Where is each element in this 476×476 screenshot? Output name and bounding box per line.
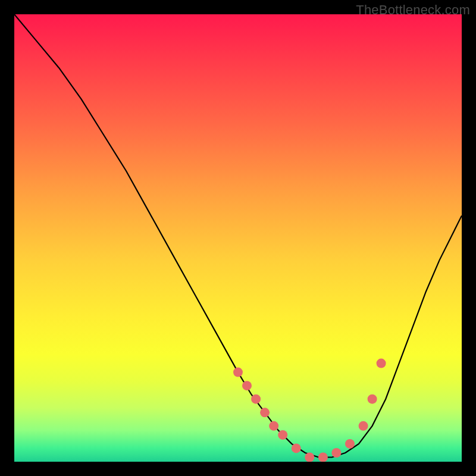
plot-svg	[14, 14, 462, 462]
marker-point	[345, 439, 355, 449]
chart-area	[14, 14, 462, 462]
marker-point	[359, 421, 368, 431]
watermark-text: TheBottleneck.com	[356, 2, 470, 18]
marker-point	[318, 453, 328, 462]
marker-point	[305, 453, 314, 462]
marker-point	[260, 408, 270, 417]
marker-point	[278, 430, 287, 440]
marker-point	[368, 394, 377, 404]
marker-point	[242, 381, 252, 390]
marker-point	[233, 368, 243, 377]
marker-point	[377, 359, 386, 368]
marker-point	[251, 394, 261, 404]
marker-point	[292, 443, 301, 453]
marker-point	[331, 448, 341, 458]
bottleneck-curve	[14, 14, 462, 458]
highlight-points	[233, 359, 386, 462]
marker-point	[269, 421, 278, 431]
